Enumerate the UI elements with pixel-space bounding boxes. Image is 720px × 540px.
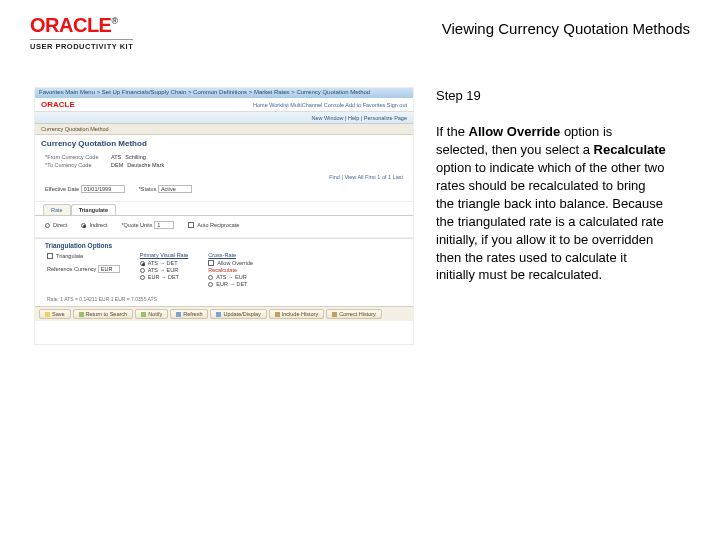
screenshot-column: Favorites Main Menu > Set Up Financials/… [34,87,414,345]
to-currency-name: Deutsche Mark [127,162,164,168]
back-icon [79,312,84,317]
recalc-opt-1: ATS → EUR [216,274,246,280]
recalc-radio-1[interactable] [208,275,213,280]
correct-label: Correct History [339,311,376,317]
recalc-opt-2: EUR → DET [216,281,247,287]
correct-icon [332,312,337,317]
primary-visual-rate-column: Primary Visual Rate ATS → DET ATS → EUR … [140,252,189,288]
ref-currency-label: Reference Currency [47,266,96,272]
refresh-icon [176,312,181,317]
notify-icon [141,312,146,317]
breadcrumb-bar: Favorites Main Menu > Set Up Financials/… [35,88,413,98]
t1: If the [436,124,469,139]
quote-units-label: *Quote Units [121,222,152,228]
update-icon [216,312,221,317]
tab-rate[interactable]: Rate [43,204,71,215]
registered-mark: ® [111,16,117,26]
action-button-bar: Save Return to Search Notify Refresh Upd… [35,306,413,321]
notify-label: Notify [148,311,162,317]
app-screenshot: Favorites Main Menu > Set Up Financials/… [34,87,414,345]
pvr-header: Primary Visual Rate [140,252,189,258]
triangulation-group-title: Triangulation Options [35,238,413,250]
to-currency-label: *To Currency Code [45,162,107,168]
pvr-radio-2[interactable] [140,268,145,273]
tab-triangulate[interactable]: Triangulate [71,204,116,215]
auto-reciprocate-checkbox[interactable] [188,222,194,228]
instruction-text: If the Allow Override option is selected… [436,123,666,284]
pvr-opt-2: ATS → EUR [148,267,178,273]
from-currency-value: ATS [111,154,121,160]
pvr-radio-1[interactable] [140,261,145,266]
product-subtitle: USER PRODUCTIVITY KIT [30,39,133,51]
return-to-search-button[interactable]: Return to Search [73,309,134,319]
refresh-label: Refresh [183,311,202,317]
bold-allow-override: Allow Override [469,124,561,139]
radio-indirect[interactable] [81,223,86,228]
page-tools-row: New Window | Help | Personalize Page [35,112,413,124]
include-history-button[interactable]: Include History [269,309,324,319]
instruction-column: Step 19 If the Allow Override option is … [436,87,666,345]
allow-override-checkbox[interactable] [208,260,214,266]
save-icon [45,312,50,317]
eff-date-label: Effective Date [45,186,79,192]
history-icon [275,312,280,317]
page-crumb: Currency Quotation Method [35,124,413,135]
effective-date-input[interactable]: 01/01/1999 [81,185,125,193]
brand-block: ORACLE® USER PRODUCTIVITY KIT [30,14,133,51]
recalc-radio-2[interactable] [208,282,213,287]
rate-sample-text: Rate: 1 ATS = 0.14211 EUR 1 EUR = 7.0355… [35,294,413,306]
from-currency-name: Schilling [125,154,145,160]
bold-recalculate: Recalculate [594,142,666,157]
global-links: Home Worklist MultiChannel Console Add t… [253,102,407,108]
status-label: *Status [139,186,157,192]
pvr-opt-1: ATS → DET [148,260,178,266]
return-label: Return to Search [86,311,128,317]
from-currency-label: *From Currency Code [45,154,107,160]
recalculate-label: Recalculate [208,267,253,273]
update-label: Update/Display [223,311,260,317]
status-select[interactable]: Active [158,185,192,193]
mini-oracle-logo: ORACLE [41,100,75,109]
save-button-label: Save [52,311,65,317]
history-label: Include History [282,311,318,317]
direct-label: Direct [53,222,67,228]
save-button[interactable]: Save [39,309,71,319]
notify-button[interactable]: Notify [135,309,168,319]
step-label: Step 19 [436,87,666,105]
page-title: Viewing Currency Quotation Methods [442,14,690,37]
radio-direct[interactable] [45,223,50,228]
pvr-opt-3: EUR → DET [148,274,179,280]
section-title: Currency Quotation Method [35,135,413,150]
update-display-button[interactable]: Update/Display [210,309,266,319]
t3: option to indicate which of the other tw… [436,160,664,283]
pvr-radio-3[interactable] [140,275,145,280]
cross-rate-column: Cross-Rate Allow Override Recalculate AT… [208,252,253,288]
refresh-button[interactable]: Refresh [170,309,208,319]
quote-units-input[interactable]: 1 [154,221,174,229]
triangulate-column: Triangulate Reference Currency EUR [47,252,120,288]
correct-history-button[interactable]: Correct History [326,309,382,319]
ref-currency-input[interactable]: EUR [98,265,120,273]
triangulate-checkbox[interactable] [47,253,53,259]
indirect-label: Indirect [89,222,107,228]
allow-override-label: Allow Override [217,260,253,266]
to-currency-value: DEM [111,162,123,168]
brand-text: ORACLE [30,14,111,36]
auto-reciprocate-label: Auto Reciprocate [197,222,239,228]
triangulate-label: Triangulate [56,253,83,259]
crossrate-header: Cross-Rate [208,252,253,258]
oracle-logo: ORACLE® [30,14,133,37]
